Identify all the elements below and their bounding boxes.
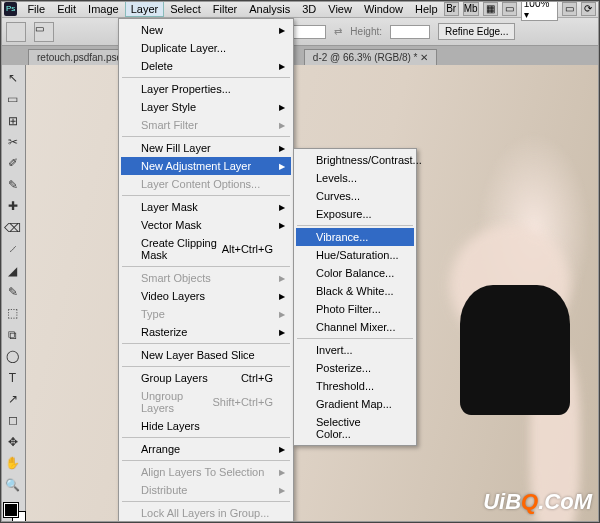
menu-item-duplicate-layer[interactable]: Duplicate Layer... [121,39,291,57]
menu-filter[interactable]: Filter [207,1,243,17]
menu-item-channel-mixer[interactable]: Channel Mixer... [296,318,414,336]
tool-14[interactable]: T [2,368,24,387]
screen-mode-icon[interactable]: ▭ [502,2,517,16]
menu-item-threshold[interactable]: Threshold... [296,377,414,395]
tool-3[interactable]: ✂ [2,132,24,151]
menu-item-color-balance[interactable]: Color Balance... [296,264,414,282]
color-swatch[interactable] [4,503,22,520]
height-field[interactable] [390,25,430,39]
menu-item-layer-mask[interactable]: Layer Mask▶ [121,198,291,216]
menu-item-label: Type [141,308,165,320]
tool-13[interactable]: ◯ [2,346,24,365]
menu-item-black-white[interactable]: Black & White... [296,282,414,300]
menu-layer[interactable]: Layer [125,1,165,17]
menu-item-levels[interactable]: Levels... [296,169,414,187]
tool-1[interactable]: ▭ [2,89,24,108]
submenu-arrow-icon: ▶ [279,203,285,212]
menu-item-layer-content-options: Layer Content Options... [121,175,291,193]
menu-item-layer-properties[interactable]: Layer Properties... [121,80,291,98]
tab-d2[interactable]: d-2 @ 66.3% (RGB/8) * ✕ [304,49,437,65]
tool-19[interactable]: 🔍 [2,475,24,494]
menu-item-new-adjustment-layer[interactable]: New Adjustment Layer▶ [121,157,291,175]
menu-item-new-fill-layer[interactable]: New Fill Layer▶ [121,139,291,157]
menu-item-label: Hue/Saturation... [316,249,399,261]
menu-image[interactable]: Image [82,1,125,17]
submenu-arrow-icon: ▶ [279,445,285,454]
menu-item-label: Video Layers [141,290,205,302]
menu-item-label: Invert... [316,344,353,356]
menu-item-delete[interactable]: Delete▶ [121,57,291,75]
menu-item-label: Vibrance... [316,231,368,243]
menu-analysis[interactable]: Analysis [243,1,296,17]
menu-help[interactable]: Help [409,1,444,17]
menu-item-selective-color[interactable]: Selective Color... [296,413,414,443]
menu-item-posterize[interactable]: Posterize... [296,359,414,377]
menu-item-invert[interactable]: Invert... [296,341,414,359]
menu-item-new-layer-based-slice[interactable]: New Layer Based Slice [121,346,291,364]
view-extras-icon[interactable]: ▦ [483,2,498,16]
menu-item-vibrance[interactable]: Vibrance... [296,228,414,246]
menu-select[interactable]: Select [164,1,207,17]
menu-item-hide-layers[interactable]: Hide Layers [121,417,291,435]
tool-18[interactable]: ✋ [2,454,24,473]
menu-item-rasterize[interactable]: Rasterize▶ [121,323,291,341]
menu-item-label: Selective Color... [316,416,396,440]
menu-file[interactable]: File [21,1,51,17]
menu-item-type: Type▶ [121,305,291,323]
menu-item-video-layers[interactable]: Video Layers▶ [121,287,291,305]
menu-item-label: Layer Style [141,101,196,113]
menu-item-create-clipping-mask[interactable]: Create Clipping MaskAlt+Ctrl+G [121,234,291,264]
tool-11[interactable]: ⬚ [2,304,24,323]
menu-item-arrange[interactable]: Arrange▶ [121,440,291,458]
tool-5[interactable]: ✎ [2,175,24,194]
tool-9[interactable]: ◢ [2,261,24,280]
zoom-level[interactable]: 100% ▾ [521,0,558,21]
swap-dimensions-icon[interactable]: ⇄ [334,26,342,37]
menu-item-hue-saturation[interactable]: Hue/Saturation... [296,246,414,264]
refine-edge-button[interactable]: Refine Edge... [438,23,515,40]
tool-6[interactable]: ✚ [2,197,24,216]
menu-item-new[interactable]: New▶ [121,21,291,39]
menu-edit[interactable]: Edit [51,1,82,17]
tool-7[interactable]: ⌫ [2,218,24,237]
menu-item-label: Curves... [316,190,360,202]
tool-10[interactable]: ✎ [2,282,24,301]
tool-preset-icon[interactable] [6,22,26,42]
menu-item-label: Gradient Map... [316,398,392,410]
menu-window[interactable]: Window [358,1,409,17]
menu-3d[interactable]: 3D [296,1,322,17]
menu-item-exposure[interactable]: Exposure... [296,205,414,223]
tool-12[interactable]: ⧉ [2,325,24,344]
bridge-icon[interactable]: Br [444,2,459,16]
menu-item-label: Layer Content Options... [141,178,260,190]
menu-item-layer-style[interactable]: Layer Style▶ [121,98,291,116]
mini-bridge-icon[interactable]: Mb [463,2,479,16]
menu-item-group-layers[interactable]: Group LayersCtrl+G [121,369,291,387]
menu-item-vector-mask[interactable]: Vector Mask▶ [121,216,291,234]
cs-live-icon[interactable]: ⟳ [581,2,596,16]
tool-17[interactable]: ✥ [2,432,24,451]
height-label: Height: [350,26,382,37]
tool-8[interactable]: ⟋ [2,239,24,258]
menu-item-label: Exposure... [316,208,372,220]
tool-2[interactable]: ⊞ [2,111,24,130]
tool-15[interactable]: ↗ [2,389,24,408]
menu-separator [297,338,413,339]
menu-item-label: Arrange [141,443,180,455]
arrange-docs-icon[interactable]: ▭ [562,2,577,16]
marquee-option-icon[interactable]: ▭ [34,22,54,42]
menu-view[interactable]: View [322,1,358,17]
menu-item-label: Photo Filter... [316,303,381,315]
tool-16[interactable]: ◻ [2,411,24,430]
tool-4[interactable]: ✐ [2,154,24,173]
foreground-color[interactable] [4,503,18,517]
menu-item-label: Hide Layers [141,420,200,432]
menu-item-curves[interactable]: Curves... [296,187,414,205]
menu-item-align-layers-to-selection: Align Layers To Selection▶ [121,463,291,481]
menu-item-gradient-map[interactable]: Gradient Map... [296,395,414,413]
tool-0[interactable]: ↖ [2,68,24,87]
menu-shortcut: Ctrl+G [241,372,273,384]
menu-item-brightness-contrast[interactable]: Brightness/Contrast... [296,151,414,169]
menu-item-photo-filter[interactable]: Photo Filter... [296,300,414,318]
submenu-arrow-icon: ▶ [279,162,285,171]
